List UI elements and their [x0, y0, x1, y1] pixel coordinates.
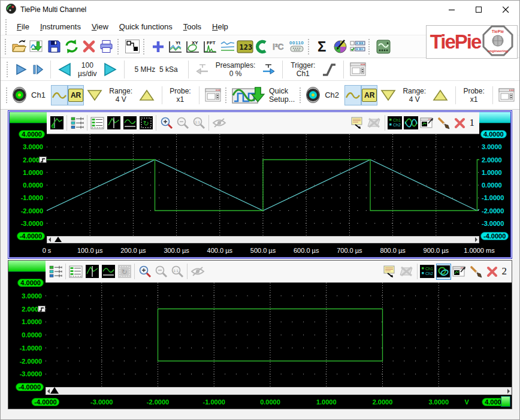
legend-icon[interactable]: Ch1Ch2: [388, 115, 403, 131]
graph-2-panel[interactable]: 4.00003.00002.00001.00000.0000-1.0000-2.…: [8, 260, 512, 409]
autostart-list-icon[interactable]: [349, 37, 366, 56]
sum-channel-icon[interactable]: Σ: [314, 37, 331, 56]
close-graph-icon[interactable]: [452, 115, 467, 131]
program-settings-icon[interactable]: [374, 37, 392, 56]
graph2-waveforms[interactable]: [46, 283, 512, 387]
quick-setup-label[interactable]: Quick Setup...: [269, 87, 295, 104]
scroll-right-arrow[interactable]: [507, 389, 510, 394]
timebase-faster-button[interactable]: [102, 62, 118, 77]
digital-display-icon[interactable]: 123: [236, 37, 253, 56]
add-comment-icon[interactable]: [383, 264, 398, 280]
titlebar[interactable]: TiePie Multi Channel: [1, 1, 519, 19]
ch1-axis-block[interactable]: [10, 112, 47, 123]
scroll-right-arrow[interactable]: [475, 237, 477, 242]
axis-zero-icon[interactable]: 0: [49, 115, 64, 131]
ch1-range-up-button[interactable]: [138, 89, 155, 102]
ch2-bnc-icon[interactable]: [306, 87, 320, 103]
add-comment-icon[interactable]: [351, 115, 366, 131]
maximize-button[interactable]: [465, 1, 492, 19]
graph2-plot-area[interactable]: [46, 283, 512, 387]
presamples-increase-button[interactable]: [261, 63, 276, 75]
scroll-left-arrow[interactable]: [47, 389, 50, 394]
meter-icon[interactable]: [219, 37, 236, 56]
delete-comment-icon[interactable]: [367, 115, 382, 131]
menu-instruments[interactable]: Instruments: [35, 19, 86, 34]
fit-vertical-icon[interactable]: [101, 264, 116, 280]
graph1-scrollbar[interactable]: [47, 236, 479, 243]
ch1-axis-block[interactable]: [8, 261, 46, 272]
menu-tools[interactable]: Tools: [178, 19, 207, 34]
graph-1-panel[interactable]: 4.00003.00002.00001.00000.0000-1.0000-2.…: [8, 110, 512, 259]
zoom-one-to-one-icon[interactable]: 1:1: [170, 264, 185, 280]
ch2-range-up-button[interactable]: [432, 89, 449, 102]
legend-icon[interactable]: Ch1Ch2: [420, 264, 435, 280]
xy-mode-icon[interactable]: [436, 264, 451, 280]
export-graph-icon[interactable]: [420, 115, 435, 131]
hide-source-icon[interactable]: [211, 115, 226, 131]
close-graph-icon[interactable]: [485, 264, 500, 280]
menu-quick-functions[interactable]: Quick functions: [114, 19, 178, 34]
ch2-range-down-button[interactable]: [380, 89, 397, 102]
close-button[interactable]: [492, 1, 519, 19]
delete-comment-icon[interactable]: [400, 264, 415, 280]
graph1-left-axis[interactable]: 4.00003.00002.00001.00000.0000-1.0000-2.…: [10, 112, 47, 243]
ch2-axis-block[interactable]: [479, 112, 510, 123]
graph1-plot-area[interactable]: [47, 134, 479, 236]
save-icon[interactable]: [46, 37, 63, 56]
ch2-coupling-button[interactable]: AR: [361, 85, 377, 105]
fft-graph-icon[interactable]: FFT: [201, 37, 219, 56]
zoom-out-icon[interactable]: [175, 115, 190, 131]
trigger-slope-icon[interactable]: [321, 62, 337, 77]
trigger-settings-button[interactable]: [350, 62, 366, 76]
zoom-in-icon[interactable]: [137, 264, 152, 280]
presamples-decrease-button[interactable]: [195, 63, 210, 75]
ch2-signal-type-button[interactable]: [344, 85, 361, 105]
refresh-icon[interactable]: [63, 37, 80, 56]
yt-graph-icon[interactable]: Yt: [167, 37, 184, 56]
xy-mode-icon[interactable]: [404, 115, 419, 131]
zoom-one-to-one-icon[interactable]: 1:1: [191, 115, 206, 131]
trigger-position-marker[interactable]: [50, 387, 59, 394]
xy-graph-icon[interactable]: XY: [184, 37, 201, 56]
graph1-time-axis[interactable]: 0 s100.0 µs200.0 µs300.0 µs400.0 µs500.0…: [10, 243, 510, 257]
export-graph-icon[interactable]: [452, 264, 467, 280]
hide-source-icon[interactable]: [190, 264, 205, 280]
ch1-range-down-button[interactable]: [86, 89, 103, 102]
open-file-icon[interactable]: [11, 37, 28, 56]
fit-vertical-icon[interactable]: [122, 115, 137, 131]
axis-end-block[interactable]: [501, 396, 510, 407]
graph2-left-axis[interactable]: 4.00003.00002.00001.00000.0000-1.0000-2.…: [8, 261, 46, 395]
graph2-voltage-axis[interactable]: -4.0000-3.0000-2.0000-1.00000.00001.0000…: [8, 395, 512, 409]
current-clamp-icon[interactable]: [253, 37, 271, 56]
object-tree-icon[interactable]: [123, 37, 141, 56]
ch2-settings-button[interactable]: [498, 88, 515, 102]
minimize-button[interactable]: [439, 1, 465, 19]
scroll-left-arrow[interactable]: [49, 237, 51, 242]
trigger-level-marker[interactable]: [38, 306, 46, 312]
ch1-coupling-button[interactable]: AR: [68, 85, 84, 105]
print-icon[interactable]: [98, 37, 115, 56]
menu-view[interactable]: View: [86, 19, 114, 34]
menu-file[interactable]: File: [11, 19, 35, 34]
ch1-signal-type-button[interactable]: [51, 85, 68, 105]
i2c-analyzer-icon[interactable]: I²C: [271, 37, 288, 56]
start-button[interactable]: [14, 63, 28, 76]
zoom-out-icon[interactable]: [153, 264, 168, 280]
quick-setup-icon[interactable]: [231, 86, 267, 105]
value-table-icon[interactable]: [68, 264, 83, 280]
serial-analyzer-icon[interactable]: 00110: [288, 37, 306, 56]
fit-horizontal-icon[interactable]: [106, 115, 121, 131]
ch1-settings-button[interactable]: [205, 88, 221, 102]
draw-icon[interactable]: [436, 115, 451, 131]
draw-icon[interactable]: [468, 264, 483, 280]
delete-icon[interactable]: [80, 37, 98, 56]
value-table-icon[interactable]: [90, 115, 105, 131]
menu-help[interactable]: Help: [207, 19, 234, 34]
graph1-waveforms[interactable]: [47, 134, 479, 236]
axes-setup-icon[interactable]: [48, 264, 63, 280]
graph2-scrollbar[interactable]: [46, 387, 512, 395]
zoom-restore-icon[interactable]: ↻: [138, 115, 153, 131]
appearance-icon[interactable]: [331, 37, 349, 56]
zoom-in-icon[interactable]: [159, 115, 174, 131]
graph1-right-axis[interactable]: 4.00003.00002.00001.00000.0000-1.0000-2.…: [479, 112, 510, 243]
